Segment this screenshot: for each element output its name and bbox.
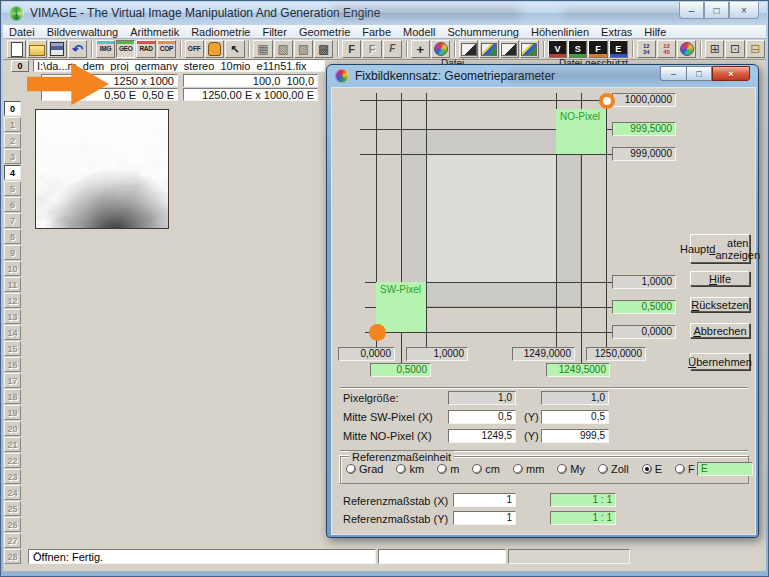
unit-value-field[interactable]: E [697,462,753,476]
table-folder-button[interactable]: ⊟ [746,40,765,58]
image-slot-button[interactable]: 24 [4,485,21,500]
maximize-button[interactable]: □ [704,2,729,19]
image-slot-button[interactable]: 22 [4,453,21,468]
color-wheel-button[interactable] [677,40,696,58]
dialog-close-button[interactable]: × [712,66,750,81]
y-max-edge-field[interactable]: 1000,0000 [612,93,676,107]
save-file-button[interactable] [48,40,67,58]
hilfe-button[interactable]: Hilfe [690,271,750,286]
num-12-45-button[interactable]: 12 45 [657,40,676,58]
image-slot-button[interactable]: 21 [4,437,21,452]
cop-header-button[interactable]: COP [157,40,176,58]
pixel-size-y-field[interactable]: 1,0 [541,391,609,405]
uebernehmen-button[interactable]: Übernehmen [690,353,750,370]
referenzmassstab-y-input[interactable]: 1 [453,511,516,525]
hauptdaten-anzeigen-button[interactable]: Hauptdaten anzeigen [690,234,750,263]
geo-header-button[interactable]: GEO [116,40,135,58]
menu-item[interactable]: Datei [3,26,41,38]
fixbildkennsatz-dialog[interactable]: Fixbildkennsatz: Geometrieparameter – □ … [326,64,759,538]
x-max-edge-field[interactable]: 1250,0000 [586,347,646,361]
image-slot-button[interactable]: 19 [4,405,21,420]
open-file-button[interactable] [27,40,46,58]
unit-radio-option[interactable]: cm [472,463,500,475]
referenzmassstab-x-input[interactable]: 1 [453,493,516,507]
grid-b-button[interactable]: ▧ [274,40,293,58]
grid-c-button[interactable]: ▨ [294,40,313,58]
menu-item[interactable]: Farbe [356,26,397,38]
main-titlebar[interactable]: VIMAGE - The Virtual Image Manipulation … [2,2,767,25]
unit-radio-option[interactable]: Zoll [598,463,629,475]
menu-item[interactable]: Extras [595,26,638,38]
dialog-minimize-button[interactable]: – [660,66,686,81]
image-slot-button[interactable]: 26 [4,517,21,532]
image-extent-field[interactable]: 1250,00 E x 1000,00 E [183,88,318,101]
new-file-button[interactable] [7,40,26,58]
image-slot-button[interactable]: 17 [4,373,21,388]
image-slot-button[interactable]: 6 [4,197,21,212]
diag-b-button[interactable] [479,40,498,58]
pointer-button[interactable]: ↖ [225,40,244,58]
pan-hand-button[interactable] [205,40,224,58]
grid-a-button[interactable]: ▦ [253,40,272,58]
menu-item[interactable]: Schummerung [441,26,525,38]
mitte-sw-pixel-x-input[interactable]: 0,5 [448,410,516,424]
overlay-off-button[interactable]: OFF [185,40,204,58]
y-min-center-field[interactable]: 0,5000 [612,300,676,314]
num-12-34-button[interactable]: 12 34 [637,40,656,58]
image-slot-button[interactable]: 8 [4,229,21,244]
palette-button[interactable] [431,40,450,58]
menu-item[interactable]: Geometrie [293,26,356,38]
diag-c-button[interactable] [500,40,519,58]
image-slot-button[interactable]: 4 [4,165,21,180]
table-button[interactable]: ⊞ [705,40,724,58]
unit-radio-option[interactable]: mm [513,463,544,475]
view-s-button[interactable]: S [568,40,587,58]
menu-item[interactable]: Höhenlinien [525,26,595,38]
menu-item[interactable]: Filter [256,26,292,38]
unit-radio-option[interactable]: F [675,463,695,475]
mitte-no-pixel-y-input[interactable]: 999,5 [541,429,609,443]
image-slot-button[interactable]: 16 [4,357,21,372]
image-slot-button[interactable]: 3 [4,149,21,164]
image-slot-button[interactable]: 11 [4,277,21,292]
image-slot-button[interactable]: 9 [4,245,21,260]
grid-d-button[interactable]: ▩ [314,40,333,58]
image-slot-button[interactable]: 20 [4,421,21,436]
image-slot-button[interactable]: 5 [4,181,21,196]
image-slot-button[interactable]: 18 [4,389,21,404]
image-slot-button[interactable]: 7 [4,213,21,228]
image-slot-button[interactable]: 12 [4,293,21,308]
unit-radio-option[interactable]: E [642,463,662,475]
pixel-size-x-field[interactable]: 1,0 [448,391,516,405]
menu-item[interactable]: Radiometrie [185,26,256,38]
y-min-edge-field[interactable]: 0,0000 [612,325,676,339]
unit-radio-option[interactable]: Grad [346,463,383,475]
crosshair-button[interactable]: + [411,40,430,58]
pixel-size-field[interactable]: 100,0 100,0 [183,74,318,87]
ruecksetzen-button[interactable]: Rücksetzen [690,297,750,312]
abbrechen-button[interactable]: Abbrechen [690,323,750,338]
x-max-center-field[interactable]: 1249,5000 [546,363,610,377]
image-slot-button[interactable]: 15 [4,341,21,356]
table-b-button[interactable]: ⊡ [725,40,744,58]
image-slot-button[interactable]: 23 [4,469,21,484]
profile-a-button[interactable]: F [342,40,361,58]
profile-c-button[interactable]: F [383,40,402,58]
unit-radio-option[interactable]: m [437,463,459,475]
x-max-inner-edge-field[interactable]: 1249,0000 [512,347,575,361]
mitte-sw-pixel-y-input[interactable]: 0,5 [541,410,609,424]
y-max-center-field[interactable]: 999,5000 [612,122,676,136]
img-header-button[interactable]: IMG [96,40,115,58]
dialog-maximize-button[interactable]: □ [686,66,712,81]
menu-item[interactable]: Arithmetik [124,26,185,38]
unit-radio-option[interactable]: My [557,463,585,475]
x-min-edge-field[interactable]: 0,0000 [338,347,395,361]
dialog-titlebar[interactable]: Fixbildkennsatz: Geometrieparameter – □ … [327,65,758,87]
menu-item[interactable]: Bildverwaltung [41,26,125,38]
dem-image-thumbnail[interactable] [35,109,169,229]
y-min-inner-edge-field[interactable]: 1,0000 [612,275,676,289]
diag-a-button[interactable] [459,40,478,58]
minimize-button[interactable]: – [679,2,704,19]
image-slot-0-header-button[interactable]: 0 [11,60,29,72]
view-v-button[interactable]: V [548,40,567,58]
